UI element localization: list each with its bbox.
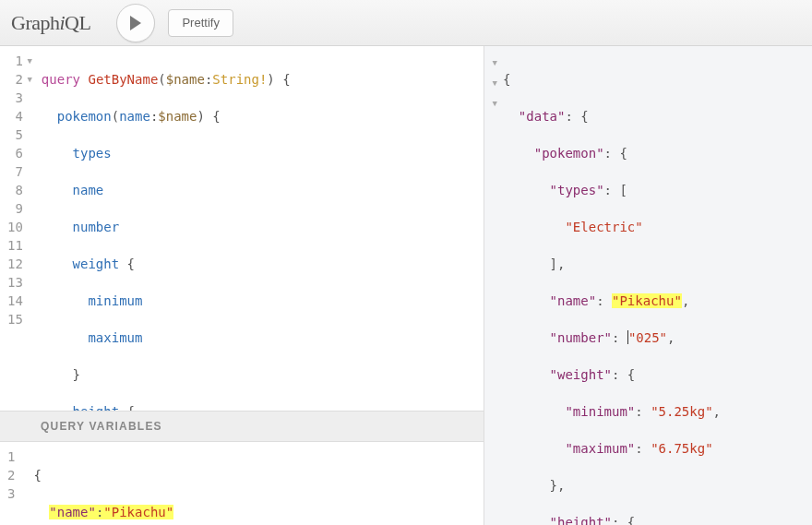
variables-gutter: 1 2 3 xyxy=(0,447,30,525)
query-code[interactable]: query GetByName($name:String!) { pokemon… xyxy=(38,52,291,411)
left-pane: 1▼ 2▼ 3 4 5 6 7 8 9 10 11 12 13 14 15 qu… xyxy=(0,46,484,525)
variables-editor[interactable]: 1 2 3 { "name":"Pikachu" } xyxy=(0,442,484,525)
graphiql-logo: GraphiQL xyxy=(11,11,90,35)
query-editor[interactable]: 1▼ 2▼ 3 4 5 6 7 8 9 10 11 12 13 14 15 qu… xyxy=(0,46,484,411)
execute-button[interactable] xyxy=(116,4,155,42)
fold-icon[interactable]: ▼ xyxy=(25,52,32,70)
result-pane[interactable]: ▼ ▼ ▼ { "data": { "pokemon": { "types": … xyxy=(484,46,812,525)
play-icon xyxy=(129,16,142,30)
toolbar: GraphiQL Prettify xyxy=(0,0,812,46)
result-code: { "data": { "pokemon": { "types": [ "Ele… xyxy=(501,52,721,525)
fold-icon[interactable]: ▼ xyxy=(490,74,497,92)
result-gutter: ▼ ▼ ▼ xyxy=(484,52,501,525)
fold-icon[interactable]: ▼ xyxy=(25,70,32,89)
fold-icon[interactable]: ▼ xyxy=(490,94,497,113)
query-variables-header[interactable]: QUERY VARIABLES xyxy=(0,411,484,442)
variables-code[interactable]: { "name":"Pikachu" } xyxy=(30,447,173,525)
query-gutter: 1▼ 2▼ 3 4 5 6 7 8 9 10 11 12 13 14 15 xyxy=(0,52,38,411)
prettify-button[interactable]: Prettify xyxy=(168,9,233,37)
workspace: 1▼ 2▼ 3 4 5 6 7 8 9 10 11 12 13 14 15 qu… xyxy=(0,46,812,525)
fold-icon[interactable]: ▼ xyxy=(490,54,497,72)
